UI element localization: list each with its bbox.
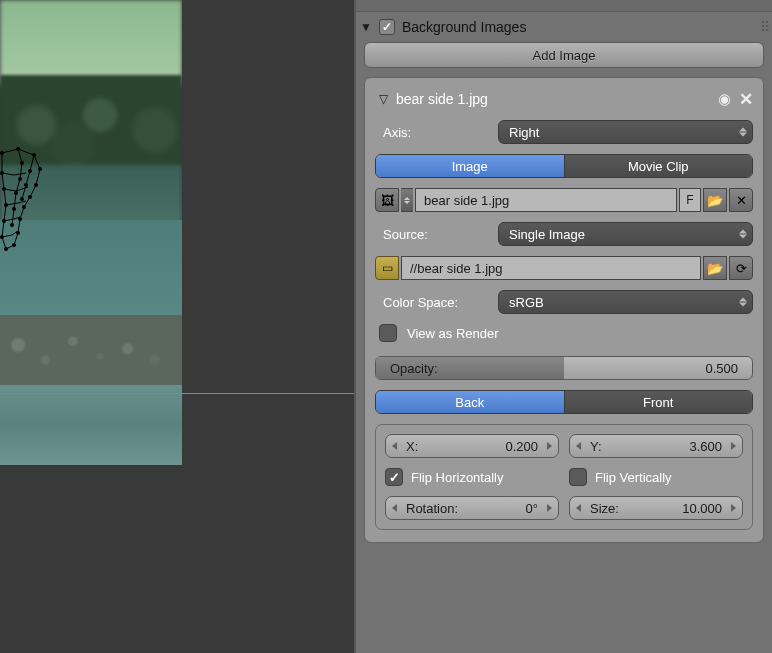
browse-folder-icon[interactable]: 📂 [703, 256, 727, 280]
colorspace-label: Color Space: [375, 295, 491, 310]
svg-point-0 [0, 151, 4, 155]
panel-title: Background Images [402, 19, 753, 35]
svg-point-8 [16, 231, 20, 235]
collapse-icon[interactable]: ▽ [379, 92, 388, 106]
svg-point-15 [0, 171, 4, 175]
filepath-field[interactable]: //bear side 1.jpg [401, 256, 701, 280]
source-dropdown[interactable]: Single Image [498, 222, 753, 246]
flip-horizontal-label: Flip Horizontally [411, 470, 503, 485]
file-icon[interactable]: ▭ [375, 256, 399, 280]
source-label: Source: [375, 227, 491, 242]
svg-point-6 [22, 205, 26, 209]
back-button[interactable]: Back [376, 391, 565, 413]
open-file-icon[interactable]: 📂 [703, 188, 727, 212]
colorspace-dropdown[interactable]: sRGB [498, 290, 753, 314]
mesh-wireframe [0, 145, 45, 255]
svg-point-13 [4, 203, 8, 207]
flip-vertical-label: Flip Vertically [595, 470, 672, 485]
transform-grid: X: 0.200 Y: 3.600 Flip Horizontally [375, 424, 753, 530]
filepath-row: ▭ //bear side 1.jpg 📂 ⟳ [375, 256, 753, 280]
svg-point-18 [14, 191, 18, 195]
image-entry-card: ▽ bear side 1.jpg ◉ ✕ Axis: Right Image … [364, 77, 764, 543]
svg-point-16 [20, 161, 24, 165]
svg-point-4 [34, 183, 38, 187]
image-browse-icon[interactable]: 🖼 [375, 188, 399, 212]
x-offset-field[interactable]: X: 0.200 [385, 434, 559, 458]
svg-point-11 [0, 235, 4, 239]
axis-dropdown[interactable]: Right [498, 120, 753, 144]
datablock-selector-icon[interactable] [401, 188, 413, 212]
svg-point-12 [2, 219, 6, 223]
image-datablock-row: 🖼 bear side 1.jpg F 📂 ✕ [375, 188, 753, 212]
expand-icon: ▼ [360, 20, 372, 34]
svg-point-7 [18, 217, 22, 221]
svg-point-21 [28, 169, 32, 173]
drag-grip-icon[interactable]: ⠿ [760, 19, 768, 35]
opacity-slider[interactable]: Opacity: 0.500 [375, 356, 753, 380]
svg-point-2 [32, 153, 36, 157]
flip-vertical-checkbox[interactable] [569, 468, 587, 486]
add-image-button[interactable]: Add Image [364, 42, 764, 68]
view-as-render-label: View as Render [407, 326, 499, 341]
svg-point-23 [20, 197, 24, 201]
svg-point-9 [12, 243, 16, 247]
properties-panel: ▼ Background Images ⠿ Add Image ▽ bear s… [354, 0, 772, 653]
flip-horizontal-checkbox[interactable] [385, 468, 403, 486]
svg-point-3 [38, 167, 42, 171]
image-tab[interactable]: Image [376, 155, 565, 177]
svg-point-1 [16, 147, 20, 151]
size-field[interactable]: Size: 10.000 [569, 496, 743, 520]
svg-point-17 [18, 177, 22, 181]
movie-clip-tab[interactable]: Movie Clip [565, 155, 753, 177]
source-type-toggle: Image Movie Clip [375, 154, 753, 178]
image-name: bear side 1.jpg [396, 91, 710, 107]
datablock-name-field[interactable]: bear side 1.jpg [415, 188, 677, 212]
reload-icon[interactable]: ⟳ [729, 256, 753, 280]
visibility-eye-icon[interactable]: ◉ [718, 90, 731, 108]
depth-toggle: Back Front [375, 390, 753, 414]
svg-point-5 [28, 195, 32, 199]
svg-point-14 [2, 187, 6, 191]
unlink-x-icon[interactable]: ✕ [729, 188, 753, 212]
rotation-field[interactable]: Rotation: 0° [385, 496, 559, 520]
horizon-line [0, 393, 354, 394]
front-button[interactable]: Front [565, 391, 753, 413]
view-as-render-checkbox[interactable] [379, 324, 397, 342]
svg-point-10 [4, 247, 8, 251]
viewport-3d[interactable] [0, 0, 354, 653]
svg-point-20 [10, 223, 14, 227]
axis-label: Axis: [375, 125, 491, 140]
panel-header-background-images[interactable]: ▼ Background Images ⠿ [356, 12, 772, 42]
enable-checkbox[interactable] [379, 19, 395, 35]
svg-point-19 [12, 207, 16, 211]
remove-x-icon[interactable]: ✕ [739, 89, 753, 110]
y-offset-field[interactable]: Y: 3.600 [569, 434, 743, 458]
fake-user-button[interactable]: F [679, 188, 701, 212]
svg-point-22 [24, 183, 28, 187]
